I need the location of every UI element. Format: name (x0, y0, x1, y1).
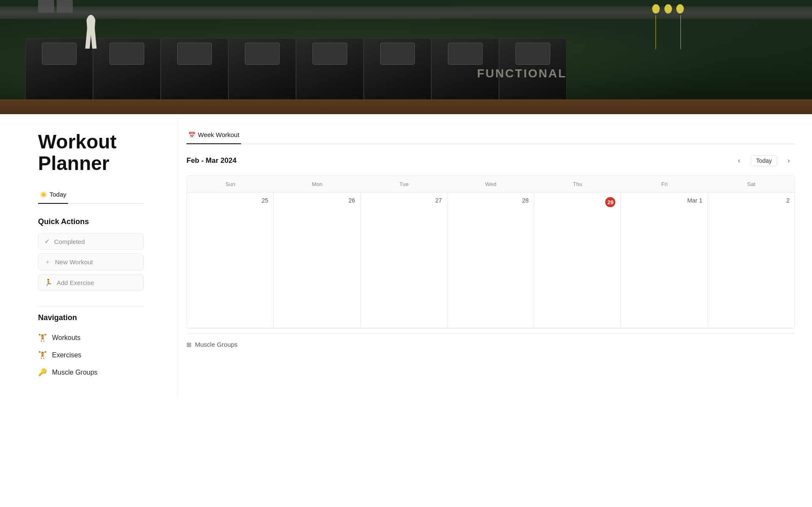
treadmill-2 (93, 38, 161, 106)
navigation-heading: Navigation (38, 313, 144, 322)
cal-date-mar1: Mar 1 (626, 197, 702, 204)
day-header-sat: Sat (708, 176, 795, 193)
quick-actions-heading: Quick Actions (38, 217, 144, 226)
cal-cell-26[interactable]: 26 (274, 193, 360, 328)
nav-muscle-groups-label: Muscle Groups (52, 369, 98, 376)
add-exercise-icon: 🏃 (44, 279, 52, 286)
treadmill-6 (364, 38, 431, 106)
day-header-tue: Tue (361, 176, 447, 193)
today-button[interactable]: Today (751, 155, 777, 166)
balloon-strings-line (656, 15, 681, 49)
muscle-groups-bottom-icon: ⊞ (187, 341, 192, 348)
tab-today-label: Today (49, 191, 66, 198)
calendar-grid: Sun Mon Tue Wed Thu Fri Sat 25 26 27 28 … (187, 175, 795, 329)
completed-icon: ✔ (44, 238, 50, 245)
calendar-tab-icon: 📅 (188, 132, 195, 138)
cal-date-29-today: 29 (605, 197, 615, 207)
corner-icons (38, 0, 73, 13)
next-week-button[interactable]: › (782, 154, 795, 167)
workouts-icon: 🏋 (38, 333, 47, 342)
cal-tabs-row: 📅 Week Workout (187, 128, 795, 144)
cal-date-2: 2 (713, 197, 790, 204)
treadmill-row (0, 38, 812, 106)
day-header-thu: Thu (534, 176, 621, 193)
hero-banner: FUNCTIONAL (0, 0, 812, 114)
treadmill-3 (161, 38, 228, 106)
quick-action-completed[interactable]: ✔ Completed (38, 233, 144, 250)
prev-week-button[interactable]: ‹ (733, 154, 746, 167)
quick-action-new-workout-label: New Workout (55, 258, 93, 266)
quick-action-new-workout[interactable]: ＋ New Workout (38, 253, 144, 271)
quick-action-add-exercise-label: Add Exercise (57, 279, 94, 286)
functional-sign: FUNCTIONAL (477, 67, 567, 80)
today-sun-icon: ☀️ (40, 191, 47, 198)
day-header-fri: Fri (621, 176, 708, 193)
bottom-muscle-groups-tab[interactable]: ⊞ Muscle Groups (187, 334, 795, 355)
day-header-wed: Wed (447, 176, 534, 193)
cal-cell-27[interactable]: 27 (361, 193, 447, 328)
new-workout-icon: ＋ (44, 258, 51, 266)
quick-actions-list: ✔ Completed ＋ New Workout 🏃 Add Exercise (38, 233, 144, 291)
quick-action-add-exercise[interactable]: 🏃 Add Exercise (38, 274, 144, 291)
balloon-decoration (651, 4, 685, 49)
nav-workouts-label: Workouts (52, 334, 80, 342)
divider-1 (38, 306, 144, 307)
cal-date-25: 25 (192, 197, 268, 204)
main-content: Workout Planner ☀️ Today Quick Actions ✔… (0, 114, 812, 398)
cal-cell-29-today[interactable]: 29 (534, 193, 621, 328)
corner-sq-2 (57, 0, 73, 13)
tab-today[interactable]: ☀️ Today (38, 187, 68, 204)
bottom-tab-label: Muscle Groups (195, 341, 238, 348)
nav-item-workouts[interactable]: 🏋 Workouts (38, 329, 144, 346)
gym-floor (0, 99, 812, 114)
nav-item-exercises[interactable]: 🏋 Exercises (38, 346, 144, 364)
cal-cell-2[interactable]: 2 (708, 193, 795, 328)
exercises-icon: 🏋 (38, 351, 47, 359)
sidebar: Workout Planner ☀️ Today Quick Actions ✔… (0, 114, 178, 398)
balloon-1 (652, 4, 660, 14)
week-workout-tab-label: Week Workout (198, 131, 239, 138)
calendar-panel: 📅 Week Workout Feb - Mar 2024 ‹ Today › … (178, 114, 812, 398)
tab-week-workout[interactable]: 📅 Week Workout (187, 128, 241, 144)
cal-cell-28[interactable]: 28 (447, 193, 534, 328)
treadmill-5 (296, 38, 364, 106)
cal-date-28: 28 (453, 197, 529, 204)
nav-item-muscle-groups[interactable]: 🔑 Muscle Groups (38, 364, 144, 381)
cal-date-27: 27 (366, 197, 442, 204)
day-header-mon: Mon (274, 176, 360, 193)
cal-cell-mar1[interactable]: Mar 1 (621, 193, 708, 328)
corner-sq-1 (38, 0, 54, 13)
calendar-nav: ‹ Today › (733, 154, 795, 167)
balloon-3 (676, 4, 684, 14)
nav-exercises-label: Exercises (52, 351, 81, 359)
cal-date-26: 26 (279, 197, 355, 204)
quick-action-completed-label: Completed (54, 238, 85, 245)
calendar-header: Feb - Mar 2024 ‹ Today › (187, 154, 795, 167)
left-tabs-row: ☀️ Today (38, 187, 144, 204)
treadmill-1 (25, 38, 93, 106)
muscle-groups-icon: 🔑 (38, 368, 47, 377)
page-title: Workout Planner (38, 131, 144, 174)
day-header-sun: Sun (187, 176, 274, 193)
balloon-2 (664, 4, 672, 14)
month-label: Feb - Mar 2024 (187, 156, 236, 165)
navigation-list: 🏋 Workouts 🏋 Exercises 🔑 Muscle Groups (38, 329, 144, 381)
cal-cell-25[interactable]: 25 (187, 193, 274, 328)
treadmill-4 (228, 38, 296, 106)
